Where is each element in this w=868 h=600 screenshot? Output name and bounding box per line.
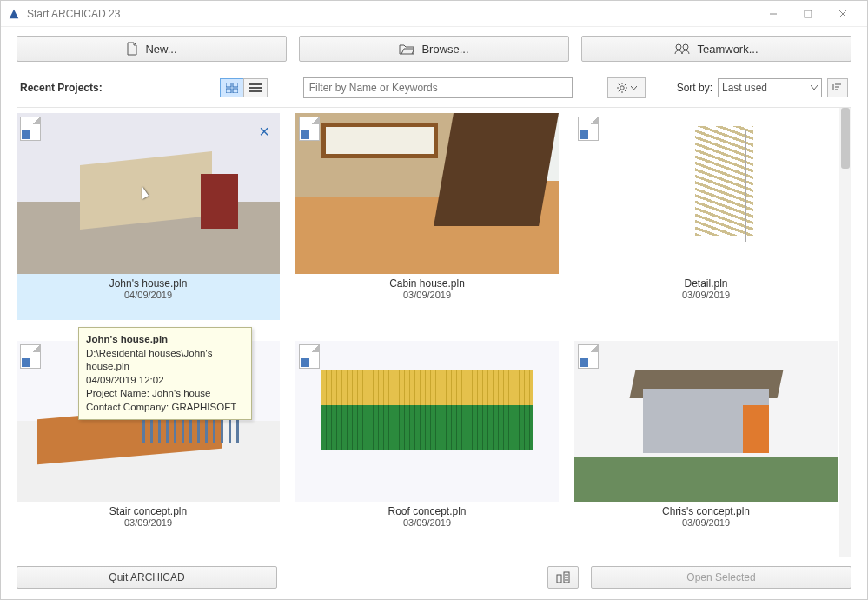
svg-rect-7 — [226, 83, 231, 87]
scrollbar-thumb[interactable] — [841, 108, 850, 169]
list-icon — [249, 83, 262, 93]
svg-rect-2 — [805, 10, 812, 17]
project-name: Cabin house.pln — [295, 277, 559, 290]
project-card[interactable]: Roof concept.pln 03/09/2019 — [295, 341, 559, 548]
project-thumbnail — [574, 341, 838, 502]
footer-row: Quit ARCHICAD Open Selected — [17, 566, 851, 589]
title-bar: Start ARCHICAD 23 — [1, 1, 867, 27]
teamwork-icon — [674, 43, 690, 55]
list-view-button[interactable] — [243, 78, 268, 97]
tooltip-path: D:\Residental houses\John's house.pln — [86, 347, 244, 374]
maximize-button[interactable] — [791, 2, 825, 26]
minimize-button[interactable] — [756, 2, 791, 26]
project-date: 03/09/2019 — [17, 517, 280, 528]
filter-input[interactable] — [303, 77, 573, 98]
toolbar-row: Recent Projects: — [17, 77, 851, 98]
browse-button[interactable]: Browse... — [299, 36, 569, 62]
file-icon — [578, 344, 599, 369]
document-icon — [126, 42, 138, 56]
quit-button[interactable]: Quit ARCHICAD — [17, 566, 277, 589]
compare-button[interactable] — [547, 566, 579, 589]
teamwork-button-label: Teamwork... — [697, 43, 758, 56]
project-thumbnail: × — [17, 113, 280, 274]
file-icon — [299, 117, 320, 141]
top-button-row: New... Browse... Teamwork... — [17, 36, 851, 62]
project-thumbnail — [295, 341, 559, 502]
close-window-button[interactable] — [825, 2, 860, 26]
project-date: 04/09/2019 — [17, 290, 280, 300]
grid-view-button[interactable] — [220, 78, 244, 97]
svg-rect-9 — [226, 89, 231, 93]
project-thumbnail — [574, 113, 838, 274]
tooltip-project: Project Name: John's house — [86, 387, 244, 401]
project-name: Detail.pln — [574, 277, 838, 290]
new-button-label: New... — [145, 43, 176, 56]
project-card[interactable]: Chris's concept.pln 03/09/2019 — [574, 341, 838, 548]
project-name: Roof concept.pln — [295, 505, 559, 517]
settings-dropdown-button[interactable] — [607, 77, 646, 98]
project-name: Chris's concept.pln — [574, 505, 838, 517]
svg-rect-18 — [557, 575, 561, 583]
window-title: Start ARCHICAD 23 — [27, 8, 756, 20]
svg-point-6 — [683, 44, 688, 50]
file-icon — [299, 344, 320, 369]
sort-direction-button[interactable] — [827, 78, 848, 97]
svg-marker-0 — [10, 9, 19, 18]
project-name: John's house.pln — [17, 277, 280, 290]
file-icon — [20, 117, 41, 141]
browse-button-label: Browse... — [421, 43, 468, 56]
sort-by-label: Sort by: — [677, 82, 712, 94]
project-date: 03/09/2019 — [574, 290, 838, 300]
tooltip-company: Contact Company: GRAPHISOFT — [86, 401, 244, 415]
project-date: 03/09/2019 — [295, 517, 559, 528]
project-card[interactable]: × John's house.pln 04/09/2019 — [17, 113, 280, 320]
project-tooltip: John's house.pln D:\Residental houses\Jo… — [78, 327, 252, 420]
grid-icon — [226, 83, 238, 93]
vertical-scrollbar[interactable] — [839, 108, 851, 557]
project-thumbnail — [295, 113, 559, 274]
svg-rect-8 — [233, 83, 238, 87]
svg-point-14 — [620, 86, 624, 90]
sort-by-value: Last used — [722, 82, 767, 94]
remove-project-button[interactable]: × — [259, 122, 269, 142]
building-compare-icon — [556, 571, 570, 583]
folder-open-icon — [399, 43, 414, 55]
tooltip-datetime: 04/09/2019 12:02 — [86, 374, 244, 388]
open-selected-label: Open Selected — [686, 571, 755, 583]
project-name: Stair concept.pln — [17, 505, 280, 517]
chevron-down-icon — [811, 85, 818, 90]
app-icon — [8, 8, 20, 20]
gear-icon — [616, 82, 628, 94]
teamwork-button[interactable]: Teamwork... — [581, 36, 851, 62]
project-date: 03/09/2019 — [574, 517, 838, 528]
file-icon — [578, 117, 599, 141]
quit-button-label: Quit ARCHICAD — [109, 571, 184, 583]
svg-rect-10 — [233, 89, 238, 93]
recent-projects-label: Recent Projects: — [20, 82, 103, 94]
project-card[interactable]: Cabin house.pln 03/09/2019 — [295, 113, 559, 320]
project-card[interactable]: Detail.pln 03/09/2019 — [574, 113, 838, 320]
cursor-icon — [142, 187, 149, 199]
file-icon — [20, 344, 41, 369]
chevron-down-icon — [631, 86, 637, 90]
sort-by-select[interactable]: Last used — [718, 78, 822, 97]
svg-point-5 — [676, 44, 681, 50]
sort-direction-icon — [832, 83, 843, 93]
project-date: 03/09/2019 — [295, 290, 559, 300]
open-selected-button[interactable]: Open Selected — [591, 566, 851, 589]
new-button[interactable]: New... — [17, 36, 287, 62]
tooltip-name: John's house.pln — [86, 333, 244, 347]
